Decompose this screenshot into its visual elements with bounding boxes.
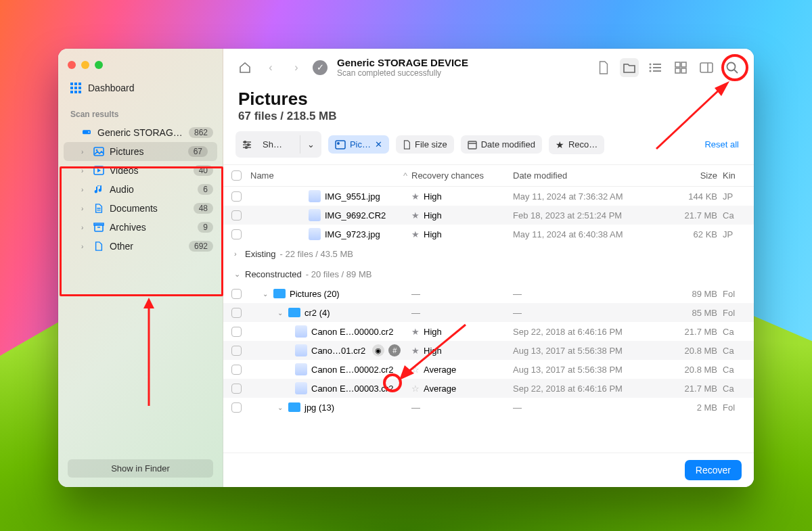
sidebar-item-documents[interactable]: › Documents 48 (58, 199, 223, 218)
svg-point-17 (650, 66, 652, 68)
svg-rect-35 (336, 141, 345, 149)
table-row[interactable]: Cano…01.cr2 ◉ # ★High Aug 13, 2017 at 5:… (223, 341, 754, 360)
sidebar-item-device[interactable]: Generic STORAG… 862 (58, 123, 223, 142)
back-button[interactable]: ‹ (261, 58, 280, 77)
chevron-down-icon: ⌄ (277, 404, 284, 411)
svg-point-27 (727, 62, 736, 70)
group-reconstructed[interactable]: ⌄ Reconstructed - 20 files / 89 MB (223, 264, 754, 284)
sidebar-item-other[interactable]: › Other 692 (58, 237, 223, 256)
column-kind[interactable]: Kin (717, 170, 746, 181)
column-recovery[interactable]: Recovery chances (411, 170, 513, 181)
table-row[interactable]: IMG_9692.CR2 ★High Feb 18, 2023 at 2:51:… (223, 206, 754, 225)
view-list-button[interactable] (646, 58, 664, 77)
close-window-button[interactable] (68, 61, 76, 69)
minimize-window-button[interactable] (81, 61, 89, 69)
row-checkbox[interactable] (231, 365, 242, 375)
row-checkbox[interactable] (231, 308, 242, 318)
hash-icon[interactable]: # (388, 344, 401, 356)
count-badge: 40 (194, 165, 213, 176)
home-button[interactable] (235, 58, 254, 77)
row-checkbox[interactable] (231, 289, 242, 299)
row-checkbox[interactable] (231, 346, 242, 356)
image-file-icon (295, 344, 307, 356)
sidebar-item-pictures[interactable]: › Pictures 67 (64, 142, 217, 161)
count-badge: 6 (198, 184, 213, 195)
table-row[interactable]: IMG_9723.jpg ★High May 11, 2024 at 6:40:… (223, 225, 754, 244)
select-all-checkbox[interactable] (231, 170, 242, 181)
dashboard-nav[interactable]: Dashboard (58, 78, 223, 97)
svg-rect-37 (468, 141, 476, 149)
sidebar-item-audio[interactable]: › Audio 6 (58, 180, 223, 199)
view-folder-button[interactable] (620, 58, 639, 77)
group-existing[interactable]: › Existing - 22 files / 43.5 MB (223, 244, 754, 264)
svg-point-12 (96, 149, 98, 152)
row-checkbox[interactable] (231, 229, 242, 239)
clear-filter-icon[interactable]: ✕ (375, 139, 382, 149)
svg-rect-6 (70, 91, 73, 93)
forward-button[interactable]: › (287, 58, 306, 77)
filter-bar: Sh… ⌄ Pic… ✕ File size Date modified ★ R… (223, 131, 754, 164)
view-panel-button[interactable] (697, 58, 716, 77)
show-in-finder-button[interactable]: Show in Finder (68, 459, 213, 478)
column-name[interactable]: Name^ (250, 170, 411, 181)
sidebar-item-label: Documents (110, 203, 188, 214)
sidebar-item-videos[interactable]: › Videos 40 (58, 161, 223, 180)
row-checkbox[interactable] (231, 327, 242, 337)
search-button[interactable] (723, 58, 742, 77)
svg-rect-3 (70, 87, 73, 89)
row-checkbox[interactable] (231, 402, 242, 413)
svg-rect-8 (78, 91, 81, 93)
svg-rect-16 (653, 64, 661, 65)
filter-recovery-chances[interactable]: ★ Reco… (549, 135, 604, 154)
sidebar-item-archives[interactable]: › Archives 9 (58, 218, 223, 237)
star-outline-icon: ☆ (411, 365, 420, 375)
view-grid-button[interactable] (671, 58, 690, 77)
svg-rect-24 (681, 68, 686, 73)
maximize-window-button[interactable] (95, 61, 103, 69)
main-panel: ‹ › ✓ Generic STORAGE DEVICE Scan comple… (223, 49, 754, 487)
svg-rect-7 (74, 91, 77, 93)
row-checkbox[interactable] (231, 384, 242, 394)
other-icon (93, 241, 104, 252)
svg-rect-20 (653, 70, 661, 72)
star-icon: ★ (411, 327, 420, 337)
reset-filters-button[interactable]: Reset all (704, 139, 742, 149)
page-meta: 67 files / 218.5 MB (238, 110, 739, 123)
sidebar-item-label: Other (110, 241, 183, 252)
table-row[interactable]: Canon E…00000.cr2 ★High Sep 22, 2018 at … (223, 322, 754, 341)
svg-rect-23 (675, 68, 680, 73)
table-row[interactable]: Canon E…00002.cr2 ☆Average Aug 13, 2017 … (223, 360, 754, 379)
filter-date-modified[interactable]: Date modified (461, 135, 542, 154)
count-badge: 862 (189, 127, 213, 138)
image-icon (93, 146, 104, 157)
image-file-icon (295, 382, 307, 394)
folder-row[interactable]: ⌄jpg (13) — — 2 MB Fol (223, 398, 754, 417)
table-row[interactable]: Canon E…00003.cr2 ☆Average Sep 22, 2018 … (223, 379, 754, 398)
scan-status-text: Scan completed successfully (337, 68, 468, 78)
view-document-button[interactable] (594, 58, 613, 77)
chevron-right-icon: › (234, 250, 241, 258)
folder-row[interactable]: ⌄cr2 (4) — — 85 MB Fol (223, 303, 754, 322)
count-badge: 692 (189, 241, 213, 252)
filter-show-dropdown[interactable]: Sh… ⌄ (235, 131, 321, 158)
filter-type-pictures[interactable]: Pic… ✕ (328, 135, 389, 154)
table-row[interactable]: IMG_9551.jpg ★High May 11, 2024 at 7:36:… (223, 187, 754, 206)
column-size[interactable]: Size (669, 170, 717, 181)
folder-row[interactable]: ⌄Pictures (20) — — 89 MB Fol (223, 284, 754, 303)
row-checkbox[interactable] (231, 210, 242, 221)
filter-file-size[interactable]: File size (396, 135, 454, 154)
recover-button[interactable]: Recover (685, 460, 742, 480)
count-badge: 9 (198, 222, 213, 233)
sidebar-item-label: Pictures (110, 146, 183, 157)
preview-eye-icon[interactable]: ◉ (372, 344, 384, 356)
column-date[interactable]: Date modified (513, 170, 669, 181)
image-file-icon (309, 190, 321, 202)
star-outline-icon: ☆ (411, 384, 420, 394)
sidebar-item-label: Generic STORAG… (97, 127, 183, 138)
svg-point-15 (650, 63, 652, 65)
toolbar: ‹ › ✓ Generic STORAGE DEVICE Scan comple… (223, 49, 754, 86)
table-header: Name^ Recovery chances Date modified Siz… (223, 165, 754, 187)
app-window: Dashboard Scan results Generic STORAG… 8… (58, 49, 754, 487)
row-checkbox[interactable] (231, 191, 242, 202)
dashboard-icon (70, 83, 81, 93)
